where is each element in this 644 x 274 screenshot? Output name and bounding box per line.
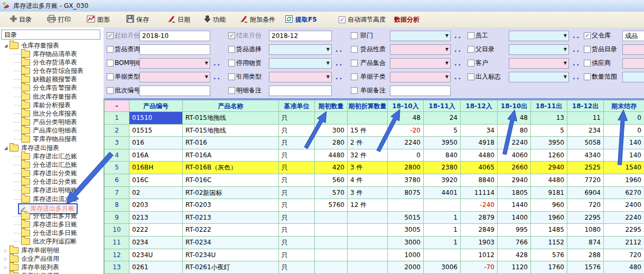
table-cell[interactable]: 34 (461, 125, 498, 137)
table-cell[interactable]: 3920 (424, 174, 461, 187)
chevron-down-icon[interactable]: ▼ (326, 48, 330, 52)
table-cell[interactable]: 32 件 (348, 149, 388, 162)
expander-open-icon[interactable]: ◢ (2, 43, 10, 48)
table-cell[interactable]: -70 (461, 261, 498, 274)
table-cell[interactable]: 8840 (461, 174, 498, 187)
chevron-down-icon[interactable]: ▼ (205, 75, 208, 79)
table-cell[interactable] (461, 112, 498, 125)
range-dots-button[interactable]: .. (335, 46, 343, 53)
auto-height-toggle[interactable]: ✓ 自动调节高度 (337, 14, 387, 25)
tree-item[interactable]: 缺额超额报警表 (2, 75, 77, 84)
tree-item[interactable]: 分仓进出多月账 (2, 212, 77, 220)
filter-select[interactable]: ▼ (509, 72, 569, 82)
row-number-cell[interactable]: 9 (105, 212, 129, 224)
filter-input[interactable] (139, 86, 210, 96)
table-cell[interactable]: 1485 (531, 224, 567, 237)
table-cell[interactable]: 15 件 (348, 125, 388, 137)
table-cell[interactable]: 80 (498, 125, 531, 137)
table-cell[interactable]: 560 (315, 174, 348, 187)
filter-select[interactable]: ▼ (509, 44, 569, 55)
column-header[interactable]: 18-10出 (498, 100, 531, 112)
range-dots-button[interactable]: .. (454, 32, 462, 40)
tree-item[interactable]: 批次序列追踪帐 (2, 238, 77, 246)
filter-select[interactable]: ▼ (390, 58, 451, 69)
save-button[interactable]: 保存 (125, 14, 151, 25)
table-cell[interactable]: 4480 (531, 174, 567, 187)
column-header[interactable]: 期初折算数量 (348, 100, 388, 112)
filter-select[interactable]: ▼ (622, 44, 644, 55)
filter-select[interactable]: ▼ (509, 31, 569, 41)
range-dots-button[interactable]: .. (454, 73, 462, 81)
table-cell[interactable]: 4340 (567, 149, 604, 162)
column-header[interactable]: 产品编号 (129, 100, 183, 112)
table-cell[interactable]: 只 (279, 249, 315, 262)
table-cell[interactable]: 480 (604, 261, 644, 274)
tree-item[interactable]: ▷库存单据明细 (2, 246, 59, 254)
filter-checkbox[interactable] (228, 73, 235, 80)
table-cell[interactable] (424, 249, 461, 262)
row-number-cell[interactable]: 13 (105, 261, 129, 274)
filter-checkbox[interactable] (468, 60, 474, 67)
filter-input[interactable] (390, 86, 451, 96)
table-cell[interactable]: RT-016 (183, 137, 279, 149)
table-cell[interactable]: 960 (531, 199, 567, 212)
tree-item[interactable]: 库龄分析报表 (2, 101, 71, 109)
filter-checkbox[interactable] (351, 73, 358, 80)
expander-closed-icon[interactable]: ▷ (2, 248, 10, 253)
chevron-down-icon[interactable]: ▼ (326, 75, 330, 79)
table-cell[interactable]: 140 (604, 137, 644, 149)
table-cell[interactable]: 1000 (388, 249, 424, 262)
table-cell[interactable]: RT-0234U (183, 249, 279, 262)
data-analysis-link[interactable]: 数据分析 (393, 14, 421, 25)
table-cell[interactable] (348, 224, 388, 237)
tree-item[interactable]: 分仓进出多日账 (2, 229, 77, 238)
table-cell[interactable]: 576 (531, 249, 567, 262)
tree-item[interactable]: 分仓进出汇总账 (2, 160, 77, 169)
table-cell[interactable]: 4 件 (348, 174, 388, 187)
table-cell[interactable]: 5760 (315, 199, 348, 212)
chevron-down-icon[interactable]: ▼ (205, 61, 208, 65)
table-cell[interactable]: 3 件 (348, 187, 388, 200)
table-cell[interactable]: 016A (129, 149, 183, 162)
tree-item[interactable]: 产品分类明细表 (2, 118, 77, 127)
table-cell[interactable]: 2240 (604, 212, 644, 224)
range-dots-button[interactable]: .. (573, 73, 581, 81)
table-cell[interactable]: 0203 (129, 199, 183, 212)
tree-item[interactable]: 批次库存量报表 (2, 92, 77, 101)
filter-select[interactable]: ▼ (622, 58, 644, 69)
row-number-cell[interactable]: 1 (105, 112, 129, 125)
table-cell[interactable]: 2 件 (348, 137, 388, 149)
tree-item[interactable]: ▷库存单据列表 (2, 263, 59, 271)
table-cell[interactable] (315, 212, 348, 224)
table-cell[interactable]: 只 (279, 174, 315, 187)
table-cell[interactable]: 1 (424, 237, 461, 249)
function-button[interactable]: 功能 (202, 14, 227, 25)
tree-item[interactable]: 库存进出流水账 (2, 195, 77, 203)
table-cell[interactable]: 995 (498, 224, 531, 237)
table-cell[interactable]: 3005 (388, 224, 424, 237)
table-cell[interactable]: 1152 (531, 237, 567, 249)
tree-item[interactable]: 分仓存货清单表 (2, 58, 77, 67)
range-dots-button[interactable]: .. (335, 73, 343, 81)
tree-item[interactable]: ▷员工物品借用 (2, 272, 59, 274)
table-cell[interactable]: RT-0213 (183, 212, 279, 224)
column-header[interactable]: 18-11入 (424, 100, 461, 112)
table-cell[interactable]: -20 (388, 125, 424, 137)
filter-checkbox[interactable] (351, 32, 358, 39)
filter-checkbox[interactable] (351, 46, 358, 53)
table-cell[interactable]: 只 (279, 224, 315, 237)
filter-checkbox[interactable] (351, 87, 358, 94)
extract-f5-button[interactable]: 提取F5 (283, 14, 319, 25)
table-cell[interactable]: 3000 (388, 237, 424, 249)
table-cell[interactable]: 3780 (388, 174, 424, 187)
table-cell[interactable]: 1 (424, 212, 461, 224)
tree-item[interactable]: 分仓库告警报表 (2, 84, 77, 92)
table-cell[interactable]: 2380 (424, 162, 461, 174)
row-number-cell[interactable]: 11 (105, 237, 129, 249)
checkbox-icon[interactable]: ✓ (339, 16, 346, 23)
filter-checkbox[interactable] (468, 32, 474, 39)
tree-item[interactable]: ▷企业产品借用 (2, 254, 59, 263)
table-cell[interactable]: 016C (129, 174, 183, 187)
table-cell[interactable] (315, 224, 348, 237)
table-cell[interactable]: 234 (567, 125, 604, 137)
